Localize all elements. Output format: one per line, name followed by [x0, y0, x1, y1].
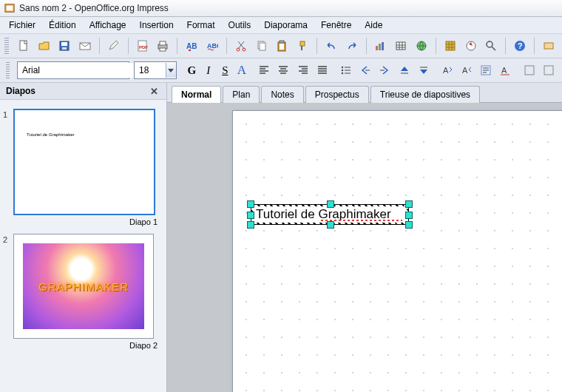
slides-panel: Diapos ✕ 1 Tutoriel de Graphimaker Diapo… — [0, 83, 167, 392]
table-button[interactable] — [392, 37, 410, 55]
grid-button[interactable] — [441, 37, 459, 55]
bullets-button[interactable] — [339, 61, 353, 79]
font-name-combo[interactable] — [17, 61, 129, 79]
font-size-input[interactable] — [135, 63, 166, 78]
menu-affichage[interactable]: Affichage — [84, 18, 132, 32]
handle-sw[interactable] — [247, 221, 254, 229]
char-button-2[interactable]: A — [459, 61, 474, 79]
svg-point-33 — [342, 67, 343, 68]
undo-button[interactable] — [322, 37, 340, 55]
format-brush-button[interactable] — [294, 37, 311, 55]
svg-rect-5 — [62, 47, 67, 50]
menu-diaporama[interactable]: Diaporama — [258, 18, 314, 32]
menu-format[interactable]: Format — [181, 18, 221, 32]
svg-text:A: A — [462, 66, 468, 75]
canvas[interactable]: Tutoriel de Graphimaker — [167, 103, 562, 392]
tab-plan[interactable]: Plan — [223, 86, 260, 103]
menu-fenetre[interactable]: Fenêtre — [315, 18, 357, 32]
edit-button[interactable] — [105, 37, 123, 55]
align-center-button[interactable] — [276, 61, 291, 79]
bold-button[interactable]: G — [186, 63, 198, 78]
menu-insertion[interactable]: Insertion — [134, 18, 180, 32]
help-button[interactable]: ? — [511, 37, 529, 55]
italic-button[interactable]: I — [203, 63, 215, 78]
char-button-3[interactable]: A — [498, 61, 512, 79]
tab-trieuse[interactable]: Trieuse de diapositives — [370, 86, 480, 103]
handle-w[interactable] — [247, 212, 254, 219]
extra-button[interactable] — [540, 37, 558, 55]
svg-point-35 — [342, 72, 343, 74]
handle-s[interactable] — [327, 221, 334, 229]
text-frame[interactable]: Tutoriel de Graphimaker — [251, 204, 409, 225]
handle-ne[interactable] — [405, 200, 413, 208]
menu-fichier[interactable]: Fichier — [3, 18, 41, 32]
font-color-button[interactable]: A — [236, 63, 248, 78]
svg-rect-11 — [160, 48, 166, 51]
copy-button[interactable] — [253, 37, 271, 55]
svg-point-34 — [342, 70, 343, 71]
move-down-button[interactable] — [416, 61, 431, 79]
extra-fmt-2[interactable] — [541, 61, 556, 79]
svg-rect-4 — [61, 42, 67, 46]
tab-prospectus[interactable]: Prospectus — [305, 86, 369, 103]
cut-button[interactable] — [232, 37, 250, 55]
panel-close-icon[interactable]: ✕ — [148, 86, 160, 97]
svg-rect-1 — [7, 6, 13, 11]
navigator-button[interactable] — [462, 37, 480, 55]
promote-button[interactable] — [358, 61, 373, 79]
menubar: Fichier Édition Affichage Insertion Form… — [0, 17, 562, 34]
underline-button[interactable]: S — [219, 63, 231, 78]
align-right-button[interactable] — [295, 61, 310, 79]
svg-text:PDF: PDF — [139, 45, 148, 50]
tab-normal[interactable]: Normal — [172, 86, 221, 103]
autospell-button[interactable]: ABC — [203, 37, 221, 55]
handle-nw[interactable] — [247, 200, 254, 208]
spellcheck-button[interactable]: ABC — [183, 37, 200, 55]
toolbar-grip[interactable] — [4, 38, 9, 54]
paste-button[interactable] — [273, 37, 291, 55]
move-up-button[interactable] — [396, 61, 411, 79]
slide-thumb-2-preview[interactable]: GRAPHIMAKER — [13, 234, 154, 339]
open-button[interactable] — [35, 37, 53, 55]
hyperlink-button[interactable] — [413, 37, 430, 55]
save-button[interactable] — [56, 37, 74, 55]
app-icon — [4, 3, 15, 13]
print-button[interactable] — [155, 37, 172, 55]
menu-aide[interactable]: Aide — [359, 18, 388, 32]
font-size-combo[interactable] — [134, 61, 177, 79]
text-frame-content[interactable]: Tutoriel de Graphimaker — [253, 206, 407, 223]
redo-button[interactable] — [343, 37, 361, 55]
tab-notes[interactable]: Notes — [261, 86, 303, 103]
font-size-dropdown-icon[interactable] — [166, 63, 176, 78]
body: Diapos ✕ 1 Tutoriel de Graphimaker Diapo… — [0, 83, 562, 392]
slide-number-2: 2 — [3, 234, 10, 244]
chart-button[interactable] — [372, 37, 390, 55]
align-justify-button[interactable] — [315, 61, 330, 79]
pdf-button[interactable]: PDF — [134, 37, 152, 55]
new-button[interactable] — [15, 37, 33, 55]
menu-edition[interactable]: Édition — [43, 18, 82, 32]
handle-n[interactable] — [327, 200, 334, 208]
slide-thumb-1-preview[interactable]: Tutoriel de Graphimaker — [13, 109, 155, 215]
para-button[interactable] — [478, 61, 493, 79]
handle-se[interactable] — [405, 221, 413, 229]
view-tabs: Normal Plan Notes Prospectus Trieuse de … — [167, 83, 562, 103]
svg-rect-10 — [160, 41, 166, 45]
svg-rect-27 — [446, 41, 455, 50]
demote-button[interactable] — [377, 61, 392, 79]
slide-thumb-1[interactable]: 1 Tutoriel de Graphimaker Diapo 1 — [3, 109, 163, 226]
handle-e[interactable] — [405, 212, 413, 219]
titlebar: Sans nom 2 - OpenOffice.org Impress — [0, 0, 562, 17]
mail-button[interactable] — [76, 37, 94, 55]
zoom-button[interactable] — [482, 37, 500, 55]
slide-label-2: Diapo 2 — [3, 341, 158, 350]
slide-editor[interactable]: Tutoriel de Graphimaker — [232, 110, 562, 392]
align-left-button[interactable] — [257, 61, 271, 79]
extra-fmt-1[interactable] — [522, 61, 537, 79]
menu-outils[interactable]: Outils — [223, 18, 257, 32]
svg-rect-23 — [379, 44, 381, 50]
format-grip[interactable] — [6, 62, 10, 78]
char-button-1[interactable]: A — [440, 61, 455, 79]
font-name-input[interactable] — [18, 63, 138, 78]
slide-thumb-2[interactable]: 2 GRAPHIMAKER Diapo 2 — [3, 234, 163, 350]
